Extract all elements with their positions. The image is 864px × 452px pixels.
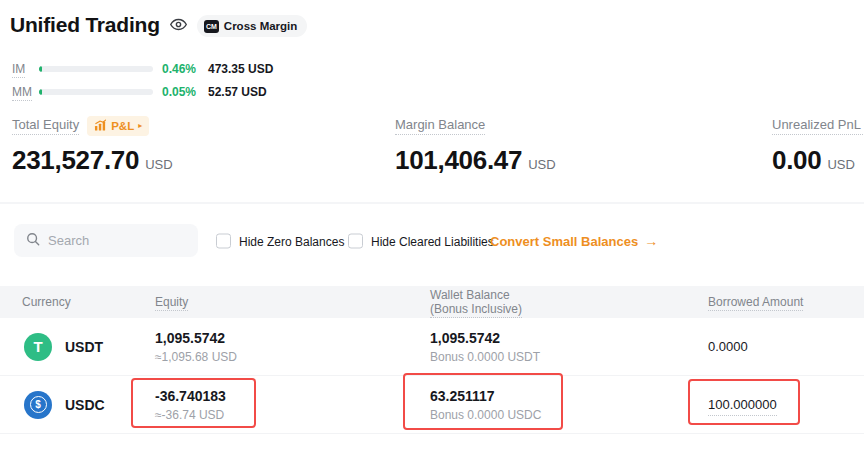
convert-small-balances-link[interactable]: Convert Small Balances →: [490, 233, 658, 249]
table-header-row: Currency Equity Wallet Balance (Bonus In…: [0, 286, 864, 318]
unrealized-pnl-value: 0.00: [772, 145, 821, 176]
total-equity-value: 231,527.70: [12, 145, 139, 176]
wallet-bonus: Bonus 0.0000 USDT: [430, 349, 708, 365]
mm-progress-fill: [39, 89, 42, 95]
mm-progress-bar: [39, 89, 153, 95]
hide-cleared-liabilities-checkbox[interactable]: [348, 234, 363, 249]
table-row-usdc: $ USDC -36.740183 ≈-36.74 USD 63.251117 …: [0, 376, 864, 434]
wallet-balance-amount: 1,095.5742: [430, 329, 708, 347]
mm-label[interactable]: MM: [12, 85, 39, 99]
asset-table: Currency Equity Wallet Balance (Bonus In…: [0, 286, 864, 434]
hide-zero-balances-filter[interactable]: Hide Zero Balances: [216, 234, 344, 249]
equity-amount: 1,095.5742: [155, 329, 430, 347]
equity-cell: 1,095.5742 ≈1,095.68 USD: [155, 329, 430, 365]
im-progress-fill: [39, 66, 42, 72]
borrowed-amount-cell[interactable]: 100.000000: [708, 397, 864, 412]
wallet-bonus: Bonus 0.0000 USDC: [430, 407, 708, 423]
im-percent: 0.46%: [162, 62, 208, 76]
convert-small-balances-label: Convert Small Balances: [490, 234, 638, 249]
cross-margin-key-icon: CM: [204, 20, 219, 33]
hide-zero-balances-label: Hide Zero Balances: [239, 234, 344, 248]
margin-balance-label[interactable]: Margin Balance: [395, 117, 485, 135]
cross-margin-badge[interactable]: CM Cross Margin: [197, 15, 308, 37]
currency-symbol: USDC: [65, 397, 105, 413]
im-ratio-row: IM 0.46% 473.35 USD: [12, 57, 273, 80]
search-icon: [26, 232, 40, 250]
hide-cleared-liabilities-filter[interactable]: Hide Cleared Liabilities: [348, 234, 494, 249]
unrealized-pnl-unit: USD: [827, 157, 854, 172]
unrealized-pnl-block: Unrealized PnL o 0.00 USD: [772, 116, 864, 176]
column-header-wallet-balance[interactable]: Wallet Balance (Bonus Inclusive): [430, 288, 708, 316]
section-divider: [0, 202, 864, 204]
mm-value: 52.57 USD: [208, 85, 267, 99]
total-equity-unit: USD: [145, 157, 172, 172]
margin-ratio-section: IM 0.46% 473.35 USD MM 0.05% 52.57 USD: [12, 57, 273, 103]
caret-right-icon: ▸: [138, 122, 142, 130]
margin-balance-block: Margin Balance 101,406.47 USD: [395, 116, 556, 176]
unified-trading-page: Unified Trading CM Cross Margin IM 0.46%…: [0, 0, 864, 452]
page-title: Unified Trading: [10, 13, 160, 37]
mm-ratio-row: MM 0.05% 52.57 USD: [12, 80, 273, 103]
hide-zero-balances-checkbox[interactable]: [216, 234, 231, 249]
bar-chart-up-icon: [94, 119, 107, 133]
borrowed-amount-cell: 0.0000: [708, 339, 864, 354]
pnl-button-label: P&L: [111, 120, 134, 132]
pnl-button[interactable]: P&L ▸: [87, 116, 149, 136]
cross-margin-label: Cross Margin: [224, 20, 298, 32]
wallet-balance-amount: 63.251117: [430, 387, 708, 405]
search-input[interactable]: [48, 233, 186, 248]
currency-cell: T USDT: [22, 333, 155, 361]
im-label[interactable]: IM: [12, 62, 39, 76]
page-header: Unified Trading CM Cross Margin: [10, 12, 307, 37]
filter-bar: Hide Zero Balances Hide Cleared Liabilit…: [0, 224, 864, 258]
im-progress-bar: [39, 66, 153, 72]
im-value: 473.35 USD: [208, 62, 273, 76]
mm-percent: 0.05%: [162, 85, 208, 99]
table-row-usdt: T USDT 1,095.5742 ≈1,095.68 USD 1,095.57…: [0, 318, 864, 376]
hide-cleared-liabilities-label: Hide Cleared Liabilities: [371, 234, 494, 248]
margin-balance-value: 101,406.47: [395, 145, 522, 176]
toggle-balance-visibility-button[interactable]: [170, 16, 187, 37]
arrow-right-icon: →: [644, 233, 658, 249]
margin-balance-unit: USD: [528, 157, 555, 172]
search-box[interactable]: [14, 224, 198, 257]
unrealized-pnl-label[interactable]: Unrealized PnL o: [772, 117, 864, 135]
eye-icon: [170, 16, 187, 37]
equity-usd-estimate: ≈-36.74 USD: [155, 407, 430, 423]
total-equity-label[interactable]: Total Equity: [12, 117, 79, 135]
currency-cell: $ USDC: [22, 391, 155, 419]
column-header-equity[interactable]: Equity: [155, 295, 430, 309]
equity-cell: -36.740183 ≈-36.74 USD: [155, 387, 430, 423]
usdc-coin-icon: $: [24, 391, 52, 419]
total-equity-block: Total Equity P&L ▸ 231,527.70 USD: [12, 116, 173, 176]
equity-usd-estimate: ≈1,095.68 USD: [155, 349, 430, 365]
column-header-borrowed-amount[interactable]: Borrowed Amount: [708, 295, 864, 309]
currency-symbol: USDT: [65, 339, 103, 355]
wallet-balance-cell: 1,095.5742 Bonus 0.0000 USDT: [430, 329, 708, 365]
usdt-coin-icon: T: [24, 333, 52, 361]
equity-amount: -36.740183: [155, 387, 430, 405]
account-summary: Total Equity P&L ▸ 231,527.70 USD Margin…: [12, 116, 864, 186]
wallet-balance-cell: 63.251117 Bonus 0.0000 USDC: [430, 387, 708, 423]
column-header-currency: Currency: [22, 295, 155, 309]
